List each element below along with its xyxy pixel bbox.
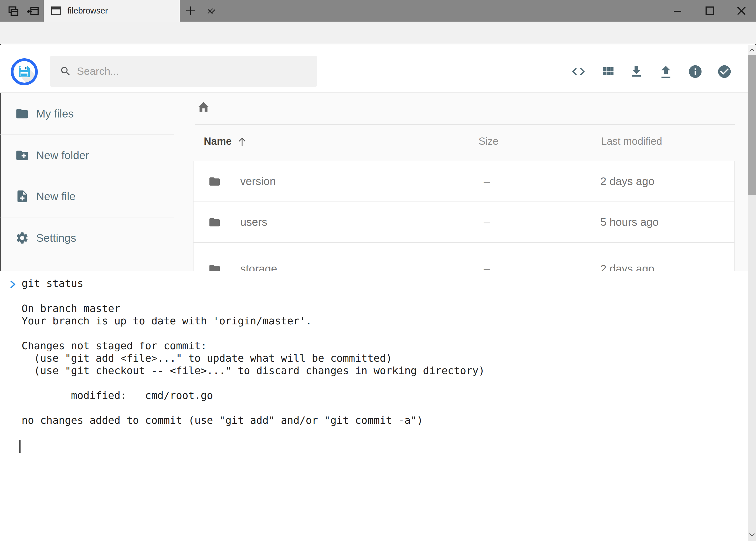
page-scrollbar[interactable]	[748, 45, 756, 541]
sidebar: My files New folder New file Settings	[0, 93, 178, 270]
terminal-caret	[19, 440, 21, 453]
sidebar-item-label: Settings	[36, 232, 76, 245]
browser-toolbar: filebrowser.web/files/	[0, 22, 756, 44]
app-header	[0, 45, 756, 93]
scrollbar-thumb[interactable]	[748, 55, 756, 195]
chevron-right-icon	[9, 280, 17, 289]
file-plus-icon	[15, 189, 29, 204]
sidebar-divider	[0, 134, 174, 135]
search-box[interactable]	[50, 56, 317, 87]
search-input[interactable]	[77, 65, 293, 77]
terminal-output: On branch master Your branch is up to da…	[22, 302, 485, 426]
folder-icon	[15, 107, 29, 121]
browser-window: filebrowser	[0, 0, 756, 541]
row-name: users	[240, 216, 267, 229]
sort-ascending-icon	[237, 136, 247, 147]
download-icon[interactable]	[629, 64, 644, 79]
filebrowser-logo-icon[interactable]	[11, 58, 38, 85]
code-shell-icon[interactable]	[571, 64, 586, 79]
new-tab-icon[interactable]	[185, 5, 196, 17]
row-name: version	[240, 175, 276, 188]
search-icon	[60, 65, 72, 77]
upload-icon[interactable]	[658, 64, 673, 79]
set-tabs-aside-icon[interactable]	[27, 5, 39, 17]
sidebar-item-settings[interactable]: Settings	[0, 223, 178, 253]
folder-icon	[207, 216, 222, 229]
tab-preview-icon[interactable]	[6, 5, 19, 17]
folder-plus-icon	[15, 148, 29, 162]
file-row-users[interactable]: users – 5 hours ago	[193, 202, 735, 243]
row-size: –	[484, 216, 490, 229]
close-icon[interactable]	[728, 4, 755, 17]
sidebar-divider	[0, 217, 174, 218]
column-size[interactable]: Size	[479, 136, 499, 147]
grid-view-icon[interactable]	[600, 64, 616, 79]
sidebar-item-new-file[interactable]: New file	[0, 182, 178, 211]
minimize-icon[interactable]	[664, 4, 691, 17]
info-icon[interactable]	[688, 64, 703, 79]
column-name[interactable]: Name	[204, 136, 247, 147]
file-listing: Name Size Last modified version – 2 days…	[178, 93, 748, 270]
maximize-icon[interactable]	[696, 4, 723, 17]
gear-icon	[15, 231, 29, 245]
column-last-modified[interactable]: Last modified	[601, 136, 662, 147]
breadcrumb-home-icon[interactable]	[197, 101, 210, 114]
breadcrumb-divider	[195, 124, 735, 125]
row-size: –	[484, 175, 490, 188]
scroll-down-icon[interactable]	[748, 530, 756, 540]
scroll-up-icon[interactable]	[748, 45, 756, 55]
browser-tab[interactable]: filebrowser	[44, 0, 180, 22]
titlebar: filebrowser	[0, 0, 756, 22]
sidebar-item-my-files[interactable]: My files	[0, 99, 178, 129]
sidebar-item-label: New folder	[36, 149, 89, 162]
file-row-version[interactable]: version – 2 days ago	[193, 161, 735, 202]
listing-header: Name Size Last modified	[178, 134, 748, 150]
select-check-icon[interactable]	[717, 64, 732, 79]
sidebar-item-label: New file	[36, 190, 76, 203]
sidebar-item-label: My files	[36, 108, 74, 120]
folder-icon	[207, 175, 222, 188]
tab-list-chevron-icon[interactable]	[206, 8, 217, 15]
row-modified: 2 days ago	[600, 175, 654, 188]
page-favicon-icon	[51, 6, 61, 15]
terminal-command: git status	[22, 277, 84, 289]
row-modified: 5 hours ago	[600, 216, 659, 229]
tab-title: filebrowser	[68, 6, 108, 16]
terminal-panel[interactable]: git status On branch master Your branch …	[0, 270, 748, 541]
sidebar-item-new-folder[interactable]: New folder	[0, 141, 178, 170]
